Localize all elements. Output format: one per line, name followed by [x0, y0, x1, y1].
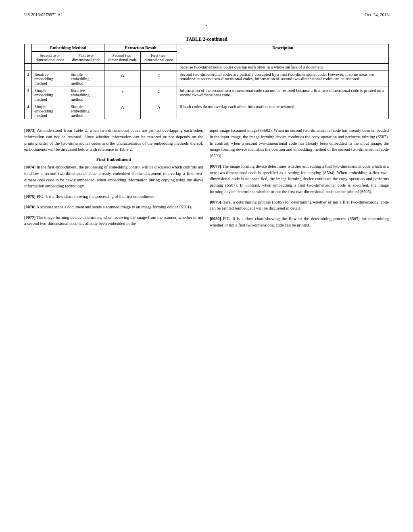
- table-title: TABLE 2-continued: [24, 36, 389, 42]
- cell-desc-pre: because two-dimensional codes overlap ea…: [177, 64, 389, 71]
- para-id-0079: [0079]: [210, 200, 221, 204]
- first-2d-ext-header: First two-dimensional code: [141, 52, 177, 64]
- para-text-0075: FIG. 5 is a flow chart showing the proce…: [37, 194, 156, 199]
- cell-embed2-3: Simple embedding method: [32, 87, 68, 103]
- description-header: Description: [177, 44, 389, 64]
- table-row: 4 Simple embedding method Simple embeddi…: [25, 103, 389, 119]
- para-id-0077: [0077]: [24, 215, 35, 220]
- cell-desc-2: Second two-dimensional codes are partial…: [177, 71, 389, 87]
- main-table: Embedding Method Extraction Result Descr…: [24, 44, 389, 119]
- para-id-0078: [0078]: [210, 164, 221, 168]
- section-title-first-embodiment: First Embodiment: [24, 157, 203, 162]
- cell-ext1-3: ○: [141, 87, 177, 103]
- page-number: 5: [24, 24, 389, 29]
- body-columns: [0073] As understood from Table 2, when …: [24, 127, 389, 233]
- cell-num-pre: [25, 64, 32, 71]
- header-left: US 2013/0278972 A1: [24, 12, 63, 17]
- table-row-pre: because two-dimensional codes overlap ea…: [25, 64, 389, 71]
- para-0077-cont: input image (scanned image) (S502). When…: [210, 127, 389, 159]
- left-column: [0073] As understood from Table 2, when …: [24, 127, 203, 233]
- cell-ext2-2: Δ: [104, 71, 141, 87]
- para-id-0080: [0080]: [210, 216, 221, 221]
- cell-ext2-3: x: [104, 87, 141, 103]
- second-2d-ext-header: Second two-dimensional code: [104, 52, 141, 64]
- cell-ext1-2: ○: [141, 71, 177, 87]
- table-row: 3 Simple embedding method Iterative embe…: [25, 87, 389, 103]
- para-text-0077: The image forming device determines, whe…: [24, 215, 203, 226]
- cell-embed1-pre: [68, 64, 104, 71]
- para-id-0075: [0075]: [24, 194, 35, 199]
- cell-ext1-pre: [141, 64, 177, 71]
- para-0076: [0076] A scanner scans a document and se…: [24, 204, 203, 210]
- cell-num-4: 4: [25, 103, 32, 119]
- cell-embed1-4: Simple embedding method: [68, 103, 104, 119]
- cell-num-2: 2: [25, 71, 32, 87]
- cell-embed2-4: Simple embedding method: [32, 103, 68, 119]
- para-text-0077-cont: input image (scanned image) (S502). When…: [210, 128, 389, 158]
- second-2d-embed-header: Second two-dimensional code: [32, 52, 68, 64]
- right-column: input image (scanned image) (S502). When…: [210, 127, 389, 233]
- para-0080: [0080] FIG. 6 is a flow chart showing th…: [210, 216, 389, 229]
- extraction-result-header: Extraction Result: [104, 44, 177, 52]
- cell-ext1-4: Δ: [141, 103, 177, 119]
- col-num-header: [25, 44, 32, 64]
- para-id-0076: [0076]: [24, 205, 35, 209]
- para-text-0074: In the first embodiment, the processing …: [24, 165, 203, 188]
- first-2d-embed-header: First two-dimensional code: [68, 52, 104, 64]
- para-text-0079: Here, a determining process (S505) for d…: [210, 200, 389, 211]
- para-0077: [0077] The image forming device determin…: [24, 214, 203, 227]
- cell-num-3: 3: [25, 87, 32, 103]
- cell-embed1-3: Iterative embedding method: [68, 87, 104, 103]
- cell-desc-3: Information of the second two-dimensiona…: [177, 87, 389, 103]
- para-0078: [0078] The image forming device determin…: [210, 163, 389, 195]
- page-header: US 2013/0278972 A1 Oct. 24, 2013: [24, 12, 389, 17]
- para-0075: [0075] FIG. 5 is a flow chart showing th…: [24, 193, 203, 200]
- cell-ext2-pre: [104, 64, 141, 71]
- para-id-0073: [0073]: [24, 128, 35, 133]
- cell-ext2-4: Δ: [104, 103, 141, 119]
- table-row: 2 Iterative embedding method Simple embe…: [25, 71, 389, 87]
- para-text-0073: As understood from Table 2, when two-dim…: [24, 128, 203, 152]
- para-text-0078: The image forming device determines whet…: [210, 164, 389, 194]
- cell-desc-4: If both codes do not overlap each other,…: [177, 103, 389, 119]
- header-right: Oct. 24, 2013: [365, 12, 389, 17]
- cell-embed1-2: Simple embedding method: [68, 71, 104, 87]
- para-text-0080: FIG. 6 is a flow chart showing the flow …: [210, 216, 389, 227]
- cell-embed2-2: Iterative embedding method: [32, 71, 68, 87]
- para-0079: [0079] Here, a determining process (S505…: [210, 199, 389, 212]
- embedding-method-header: Embedding Method: [32, 44, 104, 52]
- para-0074: [0074] In the first embodiment, the proc…: [24, 164, 203, 189]
- para-0073: [0073] As understood from Table 2, when …: [24, 127, 203, 153]
- cell-embed2-pre: [32, 64, 68, 71]
- para-id-0074: [0074]: [24, 165, 35, 169]
- para-text-0076: A scanner scans a document and sends a s…: [36, 205, 192, 209]
